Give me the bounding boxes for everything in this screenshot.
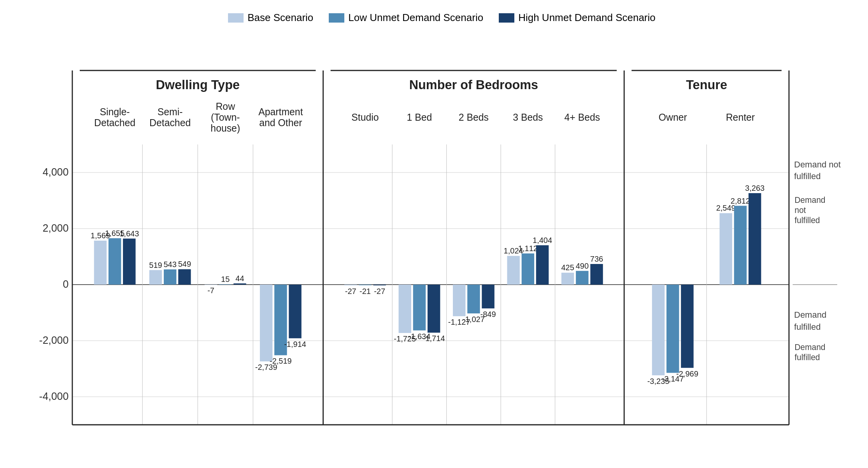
- svg-text:44: 44: [235, 273, 244, 283]
- svg-rect-39: [233, 283, 246, 285]
- svg-rect-77: [652, 285, 665, 375]
- svg-rect-49: [359, 285, 371, 285]
- svg-rect-47: [344, 285, 357, 285]
- svg-text:Dwelling Type: Dwelling Type: [156, 77, 240, 92]
- svg-rect-57: [428, 285, 440, 333]
- svg-text:Semi-: Semi-: [158, 106, 183, 117]
- svg-text:1,404: 1,404: [533, 235, 552, 245]
- svg-text:549: 549: [178, 259, 191, 269]
- svg-text:-2,969: -2,969: [676, 369, 698, 378]
- svg-text:(Town-: (Town-: [211, 111, 240, 123]
- svg-rect-37: [219, 284, 231, 285]
- svg-text:Tenure: Tenure: [686, 77, 727, 92]
- svg-rect-35: [205, 285, 217, 285]
- svg-text:1 Bed: 1 Bed: [407, 111, 432, 123]
- svg-text:Studio: Studio: [351, 111, 379, 123]
- svg-rect-23: [94, 241, 107, 285]
- svg-text:-849: -849: [480, 310, 496, 319]
- svg-text:Renter: Renter: [726, 111, 755, 123]
- svg-text:1,643: 1,643: [119, 229, 139, 238]
- legend-high: High Unmet Demand Scenario: [499, 12, 656, 24]
- svg-text:not: not: [794, 206, 806, 215]
- legend-swatch-low: [329, 13, 344, 23]
- svg-rect-53: [399, 285, 411, 333]
- svg-text:-7: -7: [207, 286, 214, 295]
- svg-text:Apartment: Apartment: [258, 106, 303, 117]
- svg-text:2,812: 2,812: [731, 196, 750, 205]
- legend-base: Base Scenario: [228, 12, 313, 24]
- chart-container: Base Scenario Low Unmet Demand Scenario …: [0, 0, 868, 468]
- svg-text:3,263: 3,263: [745, 183, 765, 193]
- svg-text:-1,714: -1,714: [423, 334, 445, 343]
- svg-rect-83: [719, 213, 732, 285]
- legend-low: Low Unmet Demand Scenario: [329, 12, 483, 24]
- svg-rect-85: [734, 206, 747, 285]
- svg-text:fulfilled: fulfilled: [794, 216, 820, 225]
- svg-rect-27: [123, 239, 135, 285]
- svg-text:Demand: Demand: [794, 195, 825, 205]
- svg-text:490: 490: [576, 261, 589, 270]
- svg-text:Single-: Single-: [100, 106, 130, 117]
- svg-text:4+ Beds: 4+ Beds: [565, 111, 600, 123]
- svg-rect-41: [260, 285, 272, 361]
- legend-label-base: Base Scenario: [247, 12, 313, 24]
- legend-label-high: High Unmet Demand Scenario: [518, 12, 656, 24]
- svg-text:-27: -27: [374, 287, 385, 296]
- svg-rect-75: [590, 264, 603, 285]
- svg-text:15: 15: [221, 274, 230, 283]
- svg-text:-4,000: -4,000: [39, 390, 69, 402]
- svg-text:Detached: Detached: [149, 117, 191, 128]
- svg-rect-51: [373, 285, 386, 285]
- svg-text:Number of Bedrooms: Number of Bedrooms: [409, 77, 538, 92]
- svg-rect-29: [149, 270, 162, 285]
- svg-rect-31: [164, 269, 176, 285]
- svg-text:2,000: 2,000: [42, 222, 68, 234]
- svg-text:1,112: 1,112: [518, 243, 538, 253]
- svg-text:-21: -21: [359, 286, 371, 296]
- svg-text:-27: -27: [345, 287, 356, 296]
- svg-rect-87: [749, 193, 761, 285]
- svg-text:Row: Row: [216, 100, 235, 112]
- chart-svg: -4,000-2,00002,0004,0001,5691,6551,64351…: [39, 32, 845, 444]
- svg-rect-73: [576, 271, 588, 285]
- svg-rect-69: [536, 245, 549, 285]
- svg-text:house): house): [210, 122, 240, 134]
- svg-text:-2,519: -2,519: [270, 356, 292, 366]
- svg-rect-61: [467, 285, 480, 313]
- svg-rect-63: [482, 285, 494, 308]
- svg-text:4,000: 4,000: [42, 165, 68, 178]
- svg-rect-67: [522, 253, 534, 285]
- svg-rect-45: [289, 285, 301, 338]
- svg-text:and Other: and Other: [259, 117, 302, 128]
- svg-rect-55: [413, 285, 426, 331]
- svg-text:Demand: Demand: [794, 343, 825, 352]
- svg-rect-65: [507, 256, 519, 285]
- svg-text:736: 736: [590, 254, 603, 264]
- svg-rect-79: [666, 285, 679, 373]
- legend-label-low: Low Unmet Demand Scenario: [348, 12, 483, 24]
- svg-text:519: 519: [149, 260, 162, 269]
- legend-swatch-high: [499, 13, 514, 23]
- svg-rect-25: [109, 238, 121, 285]
- svg-text:0: 0: [63, 278, 68, 290]
- svg-rect-71: [561, 273, 574, 285]
- svg-text:fulfilled: fulfilled: [794, 353, 820, 362]
- svg-text:-2,000: -2,000: [39, 334, 69, 346]
- svg-rect-81: [681, 285, 693, 368]
- svg-text:-1,914: -1,914: [284, 339, 306, 348]
- legend-swatch-base: [228, 13, 244, 23]
- svg-text:2 Beds: 2 Beds: [459, 111, 489, 123]
- svg-text:Detached: Detached: [94, 117, 135, 128]
- svg-text:543: 543: [163, 259, 176, 269]
- svg-text:425: 425: [561, 263, 574, 272]
- svg-text:Owner: Owner: [659, 111, 687, 123]
- svg-rect-59: [453, 285, 465, 316]
- svg-text:3 Beds: 3 Beds: [513, 111, 543, 123]
- svg-rect-33: [178, 269, 191, 285]
- legend: Base Scenario Low Unmet Demand Scenario …: [39, 12, 845, 24]
